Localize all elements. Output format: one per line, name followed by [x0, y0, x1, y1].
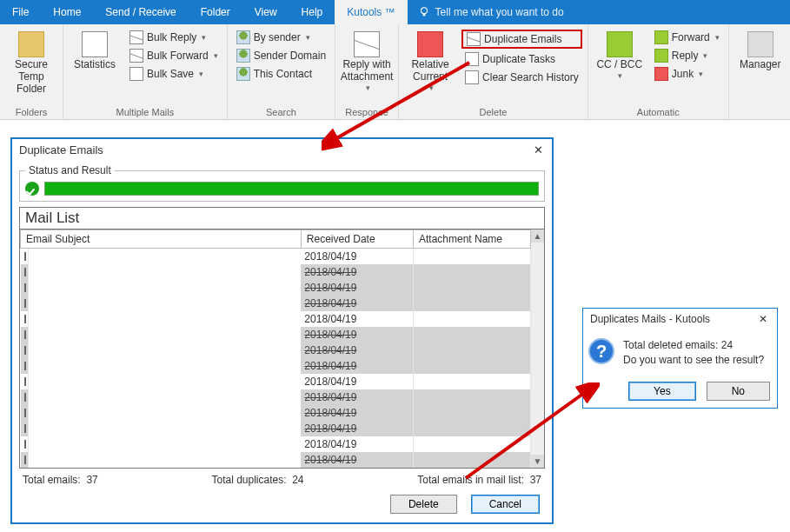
tell-me-search[interactable]: Tell me what you want to do: [408, 0, 574, 24]
scroll-up-icon[interactable]: ▲: [531, 229, 544, 243]
question-icon: ?: [588, 338, 614, 364]
secure-temp-folder-button[interactable]: Secure Temp Folder: [5, 28, 57, 105]
table-row[interactable]: Your ticket2018/04/19: [21, 389, 531, 405]
table-row[interactable]: Over $1000 Worth of Savings on Bestselli…: [21, 452, 531, 468]
row-date: 2018/04/19: [301, 389, 413, 405]
result-title: Duplicates Mails - Kutools: [590, 313, 710, 325]
row-date: 2018/04/19: [301, 342, 413, 358]
table-row[interactable]: Follow BBC Sport, BBC News (UK) and BBC …: [21, 358, 531, 374]
reply-with-attachment-button[interactable]: Reply with Attachment: [341, 28, 393, 105]
row-attachment: [413, 389, 530, 405]
manager-button[interactable]: Manager: [734, 28, 787, 116]
this-contact-button[interactable]: This Contact: [233, 66, 329, 82]
forward-icon: [129, 49, 143, 63]
dup-tasks-icon: [465, 52, 479, 66]
reply-icon: [129, 30, 143, 44]
this-contact-label: This Contact: [254, 68, 312, 80]
auto-junk-button[interactable]: Junk: [651, 66, 723, 82]
group-multiple-mails: Statistics Bulk Reply Bulk Forward Bulk …: [63, 24, 228, 119]
row-attachment: [413, 296, 530, 311]
envelope-icon: [24, 315, 26, 323]
table-row[interactable]: Over $1000 Worth of Savings on Bestselli…: [21, 436, 531, 452]
group-manager-label: [734, 116, 787, 117]
group-response: Reply with Attachment Response: [335, 24, 399, 119]
ccbcc-icon: [607, 31, 633, 57]
group-search: By sender Sender Domain This Contact Sea…: [228, 24, 335, 119]
table-row[interactable]: Follow BBC Sport, BBC News (UK) and BBC …: [21, 342, 531, 358]
dup-emails-label: Duplicate Emails: [484, 33, 561, 45]
delete-button[interactable]: Delete: [390, 495, 457, 514]
close-icon[interactable]: ✕: [756, 313, 770, 325]
no-button[interactable]: No: [707, 382, 770, 401]
ccbcc-label: CC / BCC: [596, 59, 642, 71]
yes-button[interactable]: Yes: [628, 382, 696, 401]
row-attachment: [413, 280, 530, 296]
tab-send-receive[interactable]: Send / Receive: [93, 0, 188, 24]
table-row[interactable]: Your ticket2018/04/19: [21, 405, 531, 421]
envelope-icon: [24, 346, 26, 355]
status-fieldset: Status and Result: [19, 164, 545, 202]
duplicate-tasks-button[interactable]: Duplicate Tasks: [461, 51, 582, 67]
table-row[interactable]: Save Big on Apple! iPhone 8 $969, iPads …: [21, 264, 531, 280]
relative-current-button[interactable]: Relative Current: [404, 28, 456, 105]
group-automatic: CC / BCC Forward Reply Junk Automatic: [588, 24, 729, 119]
table-row[interactable]: Save Big on Apple! iPhone 8 $969, iPads …: [21, 280, 531, 296]
row-date: 2018/04/19: [301, 327, 413, 342]
secure-temp-folder-label: Secure Temp Folder: [7, 59, 56, 95]
tab-home[interactable]: Home: [41, 0, 93, 24]
tab-folder[interactable]: Folder: [189, 0, 242, 24]
sender-domain-label: Sender Domain: [254, 50, 326, 62]
bulk-save-label: Bulk Save: [147, 68, 194, 80]
row-attachment: [413, 342, 530, 358]
cc-bcc-button[interactable]: CC / BCC: [594, 28, 646, 105]
envelope-icon: [24, 424, 26, 433]
auto-forward-button[interactable]: Forward: [651, 30, 723, 45]
table-row[interactable]: Your ticket2018/04/19: [21, 374, 531, 389]
envelope-icon: [24, 268, 26, 276]
relative-label: Relative Current: [411, 59, 448, 83]
table-row[interactable]: Save Big on Apple! iPhone 8 $969, iPads …: [21, 296, 531, 311]
row-attachment: [413, 452, 530, 468]
table-row[interactable]: Save Big on Apple! iPhone 8 $969, iPads …: [21, 249, 531, 265]
scroll-down-icon[interactable]: ▼: [531, 455, 544, 468]
table-row[interactable]: Your ticket2018/04/19: [21, 421, 531, 436]
cancel-button[interactable]: Cancel: [471, 495, 540, 514]
table-row[interactable]: Follow BBC Sport, BBC News (UK) and BBC …: [21, 311, 531, 327]
auto-reply-label: Reply: [672, 50, 699, 62]
envelope-icon: [24, 299, 26, 308]
bulk-forward-button[interactable]: Bulk Forward: [126, 48, 222, 63]
col-attachment[interactable]: Attachment Name: [413, 230, 530, 249]
row-attachment: [413, 311, 530, 327]
bulk-save-button[interactable]: Bulk Save: [126, 66, 222, 82]
save-icon: [129, 67, 143, 81]
tab-view[interactable]: View: [242, 0, 289, 24]
sender-domain-button[interactable]: Sender Domain: [233, 48, 329, 63]
scrollbar[interactable]: ▲ ▼: [531, 229, 544, 468]
row-date: 2018/04/19: [301, 358, 413, 374]
svg-rect-1: [422, 14, 425, 17]
envelope-icon: [24, 330, 26, 339]
close-icon[interactable]: ✕: [531, 143, 545, 156]
tab-file[interactable]: File: [0, 0, 41, 24]
total-duplicates: Total duplicates: 24: [211, 474, 303, 486]
by-sender-label: By sender: [254, 31, 301, 43]
duplicate-emails-button[interactable]: Duplicate Emails: [461, 30, 582, 49]
tab-help[interactable]: Help: [289, 0, 335, 24]
col-subject[interactable]: Email Subject: [21, 230, 302, 249]
col-date[interactable]: Received Date: [301, 230, 413, 249]
statistics-button[interactable]: Statistics: [69, 28, 121, 105]
auto-reply-button[interactable]: Reply: [651, 48, 723, 63]
domain-icon: [236, 49, 250, 63]
check-icon: [25, 182, 39, 196]
bulk-reply-button[interactable]: Bulk Reply: [126, 30, 222, 45]
row-attachment: [413, 405, 530, 421]
tab-kutools[interactable]: Kutools ™: [335, 0, 407, 24]
clear-search-history-button[interactable]: Clear Search History: [461, 70, 582, 85]
row-attachment: [413, 436, 530, 452]
row-date: 2018/04/19: [301, 264, 413, 280]
by-sender-button[interactable]: By sender: [233, 30, 329, 45]
row-date: 2018/04/19: [301, 280, 413, 296]
total-dups-label: Total duplicates:: [211, 474, 286, 486]
total-in-list: Total emails in mail list: 37: [417, 474, 541, 486]
table-row[interactable]: Follow BBC Sport, BBC News (UK) and BBC …: [21, 327, 531, 342]
